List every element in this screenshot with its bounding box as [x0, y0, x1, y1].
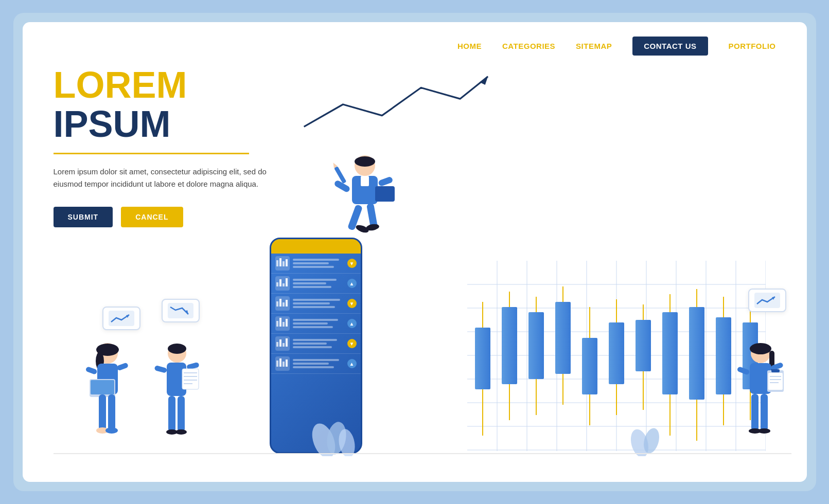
hero-title: LOREM IPSUM	[54, 66, 301, 143]
svg-rect-8	[286, 278, 288, 286]
svg-rect-3	[283, 261, 285, 266]
svg-point-71	[308, 420, 340, 456]
svg-rect-48	[528, 312, 544, 379]
svg-rect-58	[662, 312, 678, 394]
svg-point-117	[750, 343, 771, 354]
svg-marker-66	[126, 315, 129, 318]
svg-rect-90	[167, 363, 186, 396]
svg-rect-10	[279, 299, 281, 307]
svg-rect-23	[283, 362, 285, 367]
svg-rect-99	[178, 396, 185, 432]
svg-rect-6	[279, 279, 281, 286]
chat-bubble-left-2	[162, 299, 200, 322]
svg-rect-110	[378, 176, 393, 187]
svg-rect-105	[352, 176, 378, 204]
nav-sitemap[interactable]: SITEMAP	[576, 42, 612, 50]
svg-rect-67	[168, 303, 193, 318]
svg-point-74	[628, 427, 651, 456]
svg-rect-119	[750, 363, 771, 394]
hero-description: Lorem ipsum dolor sit amet, consectetur …	[54, 166, 270, 190]
svg-rect-79	[97, 364, 118, 394]
leaves-svg	[308, 415, 370, 456]
nav-categories[interactable]: CATEGORIES	[502, 42, 555, 50]
phone-row-lines-2	[293, 279, 344, 288]
hero-title-blue: IPSUM	[54, 103, 171, 145]
svg-rect-129	[761, 394, 768, 431]
svg-rect-18	[279, 339, 281, 347]
svg-rect-93	[182, 369, 199, 389]
svg-rect-122	[767, 370, 784, 392]
person-man-top	[331, 153, 398, 245]
svg-rect-107	[333, 179, 351, 193]
person-woman-left	[79, 340, 136, 454]
svg-point-87	[105, 427, 118, 434]
phone-row-5: ▼	[271, 334, 361, 354]
nav-contact-us[interactable]: CONTACT US	[632, 37, 708, 56]
navigation: HOME CATEGORIES SITEMAP CONTACT US PORTF…	[23, 22, 807, 61]
svg-point-101	[175, 429, 187, 435]
svg-rect-15	[283, 322, 285, 327]
svg-rect-7	[283, 283, 285, 286]
svg-marker-0	[479, 77, 487, 85]
svg-point-73	[337, 428, 357, 456]
svg-point-102	[355, 155, 375, 176]
svg-rect-128	[751, 394, 759, 431]
phone-row-1: ▼	[271, 254, 361, 274]
svg-rect-20	[286, 338, 288, 347]
outer-frame: HOME CATEGORIES SITEMAP CONTACT US PORTF…	[13, 13, 816, 491]
phone-row-icon-6	[275, 356, 290, 371]
svg-point-86	[96, 427, 109, 434]
svg-rect-60	[689, 307, 704, 400]
button-group: SUBMIT CANCEL	[54, 207, 301, 227]
chat-bubble-right	[748, 289, 786, 312]
svg-rect-22	[279, 358, 281, 367]
svg-marker-68	[185, 310, 188, 314]
trend-line-svg	[295, 71, 491, 138]
phone-arrow-up-2: ▲	[347, 319, 357, 328]
nav-home[interactable]: HOME	[457, 42, 482, 50]
svg-rect-12	[286, 300, 288, 307]
phone-arrow-down: ▼	[347, 259, 357, 268]
phone-row-icon-3	[275, 296, 290, 311]
svg-rect-17	[276, 342, 278, 347]
svg-marker-104	[362, 177, 367, 189]
svg-rect-54	[609, 322, 624, 384]
svg-marker-109	[331, 161, 338, 168]
svg-point-76	[97, 343, 118, 364]
svg-rect-120	[736, 366, 750, 375]
svg-point-130	[749, 428, 761, 434]
svg-point-100	[166, 429, 178, 435]
svg-rect-84	[99, 394, 106, 430]
chat-bubble-left-1	[102, 307, 140, 330]
svg-rect-4	[286, 259, 288, 266]
svg-point-114	[355, 224, 369, 234]
person-woman-right	[732, 340, 789, 454]
submit-button[interactable]: SUBMIT	[54, 207, 113, 227]
svg-rect-56	[636, 320, 651, 371]
hero-title-yellow: LOREM	[54, 64, 187, 105]
phone-device: ▼ ▲	[270, 238, 362, 454]
svg-point-131	[758, 428, 770, 434]
inner-card: HOME CATEGORIES SITEMAP CONTACT US PORTF…	[23, 22, 807, 482]
svg-rect-118	[769, 351, 774, 376]
phone-row-2: ▲	[271, 274, 361, 294]
phone-arrow-up: ▲	[347, 279, 357, 288]
nav-portfolio[interactable]: PORTFOLIO	[729, 42, 776, 50]
svg-rect-1	[276, 260, 278, 266]
svg-rect-113	[366, 203, 378, 230]
person-man-center	[151, 340, 203, 454]
candlestick-chart	[467, 261, 766, 451]
floor-line	[54, 453, 791, 454]
phone-top-bar	[271, 239, 361, 254]
svg-rect-52	[582, 338, 597, 394]
phone-arrow-down-3: ▼	[347, 339, 357, 348]
svg-rect-123	[768, 373, 783, 390]
svg-rect-44	[475, 328, 490, 389]
cancel-button[interactable]: CANCEL	[121, 207, 183, 227]
svg-marker-70	[772, 297, 775, 300]
phone-row-icon-2	[275, 276, 290, 291]
phone-row-3: ▼	[271, 294, 361, 314]
svg-rect-65	[109, 311, 134, 326]
svg-rect-106	[361, 176, 369, 186]
svg-rect-69	[754, 293, 780, 308]
